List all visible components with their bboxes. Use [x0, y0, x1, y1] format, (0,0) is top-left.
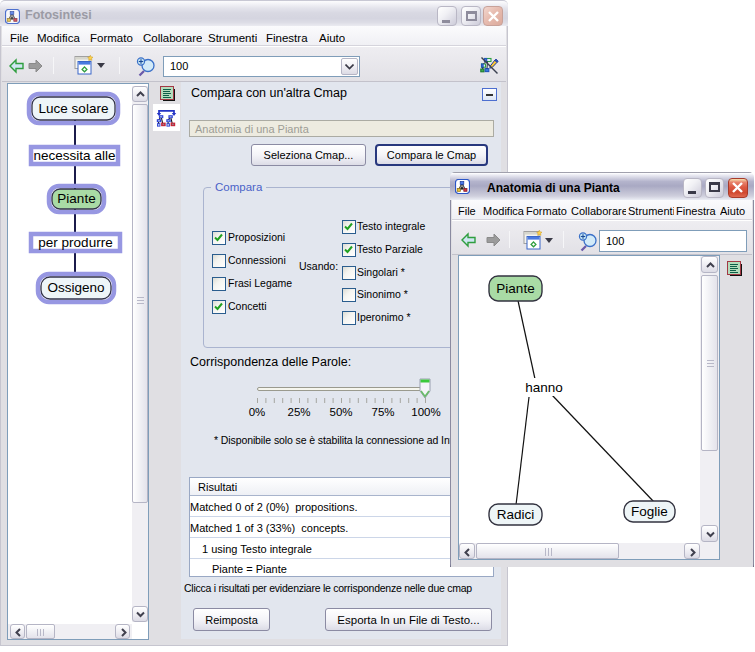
svg-text:Luce solare: Luce solare	[39, 101, 109, 116]
svg-text:per produrre: per produrre	[38, 235, 112, 250]
svg-text:necessita alle: necessita alle	[34, 148, 116, 163]
svg-text:Ossigeno: Ossigeno	[47, 280, 104, 295]
svg-text:Foglie: Foglie	[631, 504, 668, 519]
svg-text:hanno: hanno	[525, 380, 563, 395]
svg-text:Piante: Piante	[57, 191, 95, 206]
svg-text:Radici: Radici	[497, 507, 535, 522]
svg-text:Piante: Piante	[496, 281, 534, 296]
